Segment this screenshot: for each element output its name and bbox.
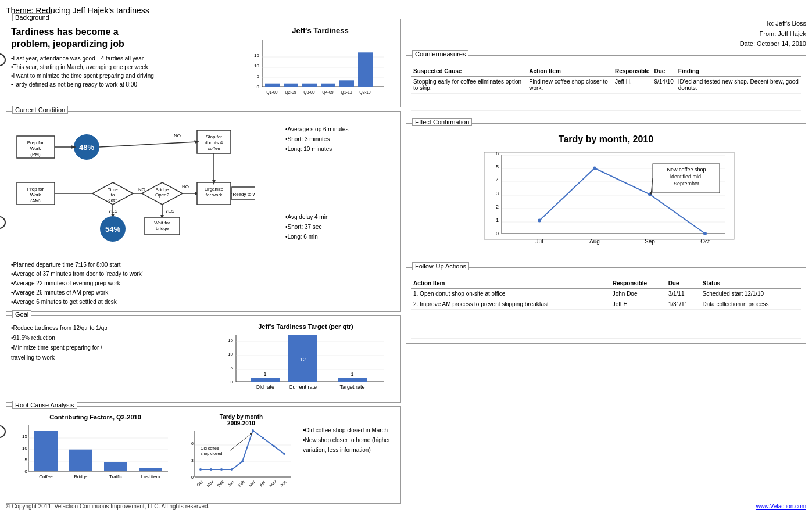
svg-rect-97: [139, 468, 162, 471]
svg-rect-14: [358, 52, 373, 87]
svg-text:Old coffee: Old coffee: [201, 446, 219, 450]
svg-text:shop closed: shop closed: [201, 451, 222, 456]
svg-text:5: 5: [231, 365, 234, 371]
svg-text:Jul: Jul: [535, 238, 543, 245]
footer: © Copyright 2011, Velaction Continuous I…: [0, 503, 812, 510]
svg-text:Oct: Oct: [196, 480, 203, 487]
cc-right-bullets2: •Avg delay 4 min •Short: 37 sec •Long: 6…: [285, 212, 396, 242]
memo-header: To: Jeff's Boss From: Jeff Hajek Date: O…: [406, 19, 806, 49]
svg-text:September: September: [673, 181, 699, 186]
svg-text:Mar: Mar: [248, 479, 256, 487]
svg-text:Prep for: Prep for: [27, 140, 44, 145]
svg-line-63: [99, 142, 197, 147]
svg-text:15: 15: [254, 53, 259, 58]
goal-content: •Reduce tardiness from 12/qtr to 1/qtr •…: [6, 316, 400, 402]
fu-row-1: 2. Improve AM process to prevent skippin…: [411, 299, 801, 309]
cc-right-bullets1: •Average stop 6 minutes •Short: 3 minute…: [285, 124, 396, 154]
svg-text:Old rate: Old rate: [256, 384, 274, 390]
svg-text:donuts &: donuts &: [205, 140, 223, 145]
svg-rect-80: [338, 378, 367, 382]
svg-text:15: 15: [22, 434, 27, 439]
svg-text:eat?: eat?: [108, 198, 117, 203]
fu-action-0: 1. Open donut shop on-site at office: [411, 288, 610, 299]
fu-header-row: Action Item Responsible Due Status: [411, 278, 801, 289]
left-panel: Background Tardiness has become a proble…: [6, 19, 401, 507]
svg-text:Work: Work: [30, 146, 42, 151]
svg-text:Sep: Sep: [645, 238, 655, 245]
svg-text:Time: Time: [108, 187, 118, 192]
svg-text:Jan: Jan: [227, 480, 235, 487]
fu-due-1: 1/31/11: [666, 299, 700, 309]
bg-section: Tardiness has become a problem, jeopardi…: [11, 26, 396, 102]
svg-text:Open?: Open?: [155, 192, 170, 198]
svg-text:1: 1: [495, 217, 498, 223]
cm-label: Countermeasures: [412, 50, 468, 58]
svg-point-113: [241, 460, 244, 462]
goal-section: Goal •Reduce tardiness from 12/qtr to 1/…: [6, 315, 401, 403]
svg-text:(AM): (AM): [30, 198, 41, 203]
page: Theme: Reducing Jeff Hajek's tardiness B…: [0, 0, 812, 513]
cm-col-due: Due: [652, 66, 675, 77]
svg-point-115: [262, 437, 264, 439]
fu-status-1: Data collection in process: [700, 299, 801, 309]
svg-text:identified mid-: identified mid-: [670, 174, 702, 180]
cm-row-0: Stopping early for coffee eliminates opt…: [411, 76, 801, 93]
svg-text:Oct: Oct: [700, 238, 710, 245]
cm-col-cause: Suspected Cause: [411, 66, 527, 77]
svg-text:0: 0: [231, 379, 234, 385]
svg-rect-12: [321, 84, 335, 87]
svg-text:Prep for: Prep for: [27, 186, 44, 192]
svg-text:0: 0: [191, 475, 194, 479]
follow-up-section: Follow-Up Actions Action Item Responsibl…: [406, 267, 806, 344]
svg-text:Current rate: Current rate: [289, 384, 317, 390]
ec-content: Tardy by month, 2010 0 1 2: [406, 124, 806, 260]
svg-text:0: 0: [495, 231, 498, 236]
fu-col-due: Due: [666, 278, 700, 289]
svg-rect-95: [69, 450, 92, 471]
svg-text:10: 10: [254, 63, 259, 69]
svg-text:1: 1: [263, 371, 266, 377]
svg-text:Dec: Dec: [216, 479, 224, 487]
svg-text:Q1-10: Q1-10: [341, 90, 352, 95]
flowchart-svg: Prep for Work (PM) 48% Prep for: [11, 119, 255, 252]
fu-col-action: Action Item: [411, 278, 610, 289]
svg-text:for work: for work: [206, 192, 223, 198]
svg-rect-76: [251, 378, 280, 382]
svg-point-147: [538, 218, 541, 222]
effect-confirmation-section: Effect Confirmation Tardy by month, 2010: [406, 123, 806, 260]
svg-text:to: to: [111, 192, 115, 198]
svg-text:coffee: coffee: [208, 146, 220, 151]
svg-text:NO: NO: [174, 133, 181, 138]
ec-chart-container: 0 1 2 3 4 5 6: [461, 149, 752, 255]
svg-text:6: 6: [495, 150, 498, 156]
rca-label: Root Cause Analysis: [12, 401, 77, 409]
svg-text:12: 12: [300, 357, 306, 363]
svg-text:Q3-09: Q3-09: [303, 90, 315, 95]
svg-text:Target rate: Target rate: [339, 384, 364, 390]
svg-point-109: [199, 468, 202, 471]
svg-text:YES: YES: [165, 209, 174, 214]
svg-text:3: 3: [191, 458, 194, 462]
svg-text:Q2-10: Q2-10: [359, 90, 371, 95]
tardiness-chart: 0 5 10 15: [245, 37, 390, 101]
goal-inner: •Reduce tardiness from 12/qtr to 1/qtr •…: [11, 323, 396, 397]
circle-2: [0, 216, 6, 229]
right-panel: To: Jeff's Boss From: Jeff Hajek Date: O…: [406, 19, 806, 507]
fu-due-0: 3/1/11: [666, 288, 700, 299]
svg-text:0: 0: [25, 469, 28, 474]
footer-link[interactable]: www.Velaction.com: [756, 503, 806, 510]
cc-content: Prep for Work (PM) 48% Prep for: [6, 112, 400, 311]
circle-1: [0, 53, 6, 66]
fu-status-0: Scheduled start 12/1/10: [700, 288, 801, 299]
rca-right: •Old coffee shop closed in March •New sh…: [303, 414, 396, 498]
cm-table: Suspected Cause Action Item Responsible …: [411, 66, 801, 111]
svg-rect-9: [265, 84, 280, 87]
cm-col-responsible: Responsible: [613, 66, 652, 77]
svg-point-116: [273, 445, 275, 447]
svg-text:Q4-09: Q4-09: [322, 90, 334, 95]
svg-text:bridge: bridge: [156, 226, 169, 231]
cm-cause-0: Stopping early for coffee eliminates opt…: [411, 76, 527, 93]
svg-text:Coffee: Coffee: [39, 474, 53, 479]
bg-left: Tardiness has become a problem, jeopardi…: [11, 26, 241, 102]
goal-chart: Jeff's Tardiness Target (per qtr) 0 5 10…: [216, 323, 396, 397]
